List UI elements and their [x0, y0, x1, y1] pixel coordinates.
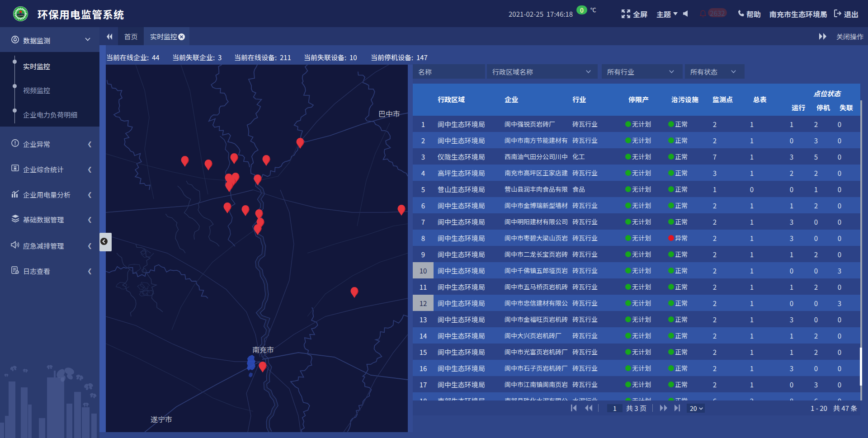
- svg-text:巴中市: 巴中市: [378, 108, 400, 119]
- svg-text:南充市: 南充市: [252, 344, 274, 355]
- svg-text:遂宁市: 遂宁市: [151, 414, 172, 424]
